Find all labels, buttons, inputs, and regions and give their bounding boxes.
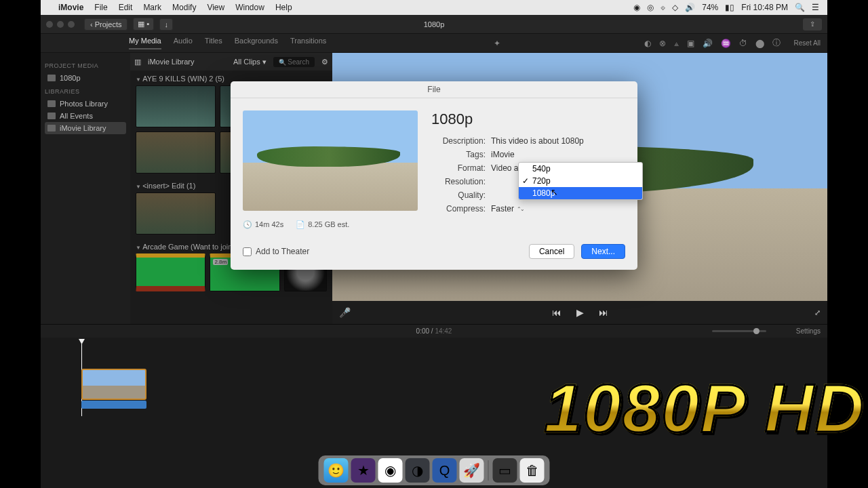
zoom-slider[interactable] (712, 330, 766, 332)
compress-select[interactable]: Faster (491, 204, 524, 214)
quality-label: Quality: (431, 190, 486, 200)
next-button[interactable]: Next... (581, 244, 625, 259)
tab-transitions[interactable]: Transitions (290, 37, 326, 49)
clip-thumb[interactable] (136, 85, 216, 127)
playback-controls: 🎤 ⏮ ▶ ⏭ ⤢ (332, 301, 827, 324)
reset-all-button[interactable]: Reset All (794, 39, 821, 47)
record-icon[interactable]: ◉ (633, 3, 640, 12)
time-position: 0:00 / 14:42 (416, 327, 452, 335)
toolbar: ‹ Projects ▦ ▪ ↓ 1080p ⇪ (41, 15, 827, 34)
cancel-button[interactable]: Cancel (529, 244, 574, 259)
tags-label: Tags: (431, 150, 486, 159)
dock-quicktime[interactable]: Q (433, 458, 457, 483)
theater-check[interactable] (243, 247, 252, 256)
clip-thumb[interactable] (136, 253, 205, 291)
menu-icon[interactable]: ☰ (812, 3, 819, 12)
dropdown-option-540p[interactable]: 540p (519, 163, 642, 175)
menu-modify[interactable]: Modify (172, 3, 196, 12)
clip-audio[interactable] (81, 401, 146, 409)
sidebar-project[interactable]: 1080p (45, 72, 126, 84)
dock-imovie[interactable]: ★ (351, 458, 376, 483)
spotlight-icon[interactable]: 🔍 (795, 3, 805, 12)
sidebar-label: All Events (60, 112, 93, 120)
noise-icon[interactable]: ♒ (721, 39, 731, 48)
sidebar-header-libraries: LIBRARIES (45, 88, 126, 95)
view-toggle[interactable]: ▦ ▪ (133, 18, 154, 30)
sidebar-photos[interactable]: Photos Library (45, 98, 126, 110)
export-size: 8.25 GB est. (296, 220, 349, 229)
timeline-clip[interactable] (81, 369, 146, 409)
tab-my-media[interactable]: My Media (129, 37, 161, 49)
color-balance-icon[interactable]: ◐ (644, 39, 651, 48)
stabilize-icon[interactable]: ▣ (687, 39, 694, 48)
voiceover-icon[interactable]: 🎤 (339, 307, 351, 318)
dock-launchpad[interactable]: 🚀 (460, 458, 484, 483)
sidebar-project-label: 1080p (60, 74, 81, 82)
dock: 🙂 ★ ◉ ◑ Q 🚀 ▭ 🗑 (319, 455, 550, 485)
flower-icon (47, 100, 56, 107)
fullscreen-icon[interactable]: ⤢ (814, 308, 821, 317)
library-name: iMovie Library (148, 58, 194, 66)
resolution-label: Resolution: (431, 177, 486, 186)
menu-edit[interactable]: Edit (119, 3, 133, 12)
prev-button[interactable]: ⏮ (552, 307, 561, 318)
export-thumbnail (243, 110, 418, 211)
battery-text: 74% (702, 3, 718, 12)
timeline-settings[interactable]: Settings (796, 327, 821, 335)
gear-icon[interactable]: ⚙ (321, 58, 328, 66)
dropbox-icon[interactable]: ⟐ (660, 3, 665, 12)
info-icon[interactable]: ⓘ (772, 37, 781, 49)
menu-window[interactable]: Window (235, 3, 264, 12)
color-correct-icon[interactable]: ⊗ (659, 39, 666, 48)
sidebar-label: iMovie Library (60, 124, 106, 132)
volume-adj-icon[interactable]: 🔊 (703, 39, 713, 48)
screen-icon[interactable]: ◎ (647, 3, 654, 12)
clip-thumb[interactable] (136, 131, 216, 174)
desc-label: Description: (431, 136, 486, 146)
tab-titles[interactable]: Titles (205, 37, 222, 49)
sidebar-all-events[interactable]: All Events (45, 110, 126, 122)
sidebar-imovie-library[interactable]: iMovie Library (45, 122, 126, 134)
volume-icon[interactable]: 🔊 (685, 3, 695, 12)
dock-trash[interactable]: 🗑 (520, 458, 545, 483)
dropdown-option-1080p[interactable]: 1080p (519, 187, 642, 199)
crop-icon[interactable]: ⟁ (674, 39, 679, 48)
resolution-dropdown[interactable]: 540p 720p 1080p (518, 162, 643, 200)
dock-discord[interactable]: ◑ (406, 458, 430, 483)
dock-finder[interactable]: 🙂 (324, 458, 349, 483)
app-menu[interactable]: iMovie (58, 3, 83, 12)
window-controls[interactable] (46, 21, 75, 28)
tab-audio[interactable]: Audio (174, 37, 193, 49)
dock-chrome[interactable]: ◉ (378, 458, 403, 483)
clip-video[interactable] (81, 369, 146, 400)
wand-icon[interactable]: ✦ (494, 39, 500, 48)
tags-field[interactable]: iMovie (491, 150, 515, 159)
projects-button[interactable]: ‹ Projects (84, 18, 127, 30)
desc-field[interactable]: This video is about 1080p (491, 136, 584, 146)
dropdown-option-720p[interactable]: 720p (519, 175, 642, 187)
speed-icon[interactable]: ⏱ (739, 39, 747, 48)
menubar: iMovie File Edit Mark Modify View Window… (41, 0, 827, 15)
filter-icon[interactable]: ⬤ (755, 39, 764, 48)
dock-minimized[interactable]: ▭ (493, 458, 517, 483)
clip-thumb[interactable] (136, 192, 216, 235)
star-icon (47, 125, 56, 131)
share-button[interactable]: ⇪ (803, 18, 822, 30)
menu-mark[interactable]: Mark (143, 3, 161, 12)
clock[interactable]: Fri 10:48 PM (741, 3, 788, 12)
battery-icon[interactable]: ▮▯ (725, 3, 734, 12)
menu-view[interactable]: View (207, 3, 224, 12)
import-button[interactable]: ↓ (159, 18, 173, 30)
filmstrip-icon[interactable]: ▥ (134, 58, 141, 66)
next-button[interactable]: ⏭ (599, 307, 608, 318)
menu-help[interactable]: Help (275, 3, 292, 12)
format-label: Format: (431, 163, 486, 173)
wifi-icon[interactable]: ◇ (672, 3, 678, 12)
sidebar-header-project: PROJECT MEDIA (45, 62, 126, 69)
tab-backgrounds[interactable]: Backgrounds (235, 37, 278, 49)
menu-file[interactable]: File (94, 3, 107, 12)
all-clips-dropdown[interactable]: All Clips ▾ (233, 58, 267, 66)
search-input[interactable]: Search (273, 57, 315, 67)
add-to-theater-checkbox[interactable]: Add to Theater (243, 247, 309, 256)
play-button[interactable]: ▶ (576, 307, 584, 318)
